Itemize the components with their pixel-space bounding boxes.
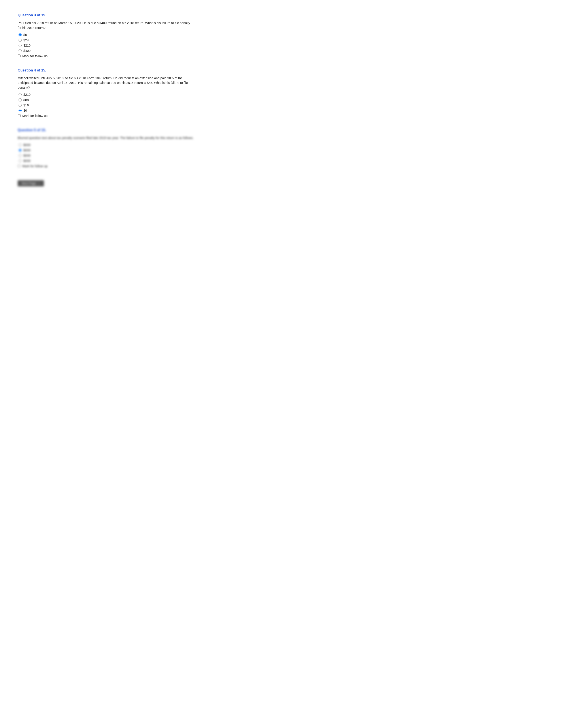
q5-option-a[interactable]: $000	[19, 143, 194, 147]
question-5-text: Blurred question text about tax penalty …	[18, 136, 194, 141]
q4-radio-a[interactable]	[19, 93, 22, 96]
q5-followup-label[interactable]: Mark for follow up	[22, 164, 47, 168]
q3-option-d[interactable]: $400	[19, 49, 194, 53]
question-4-block: Question 4 of 15. Mitchell waited until …	[18, 68, 194, 118]
question-4-text: Mitchell waited until July 5, 2019, to f…	[18, 76, 194, 90]
q5-radio-c[interactable]	[19, 154, 22, 157]
q3-mark-followup[interactable]: Mark for follow up	[18, 54, 194, 58]
q5-label-d[interactable]: $000	[23, 159, 30, 163]
q3-option-b[interactable]: $24	[19, 38, 194, 42]
q4-label-a[interactable]: $210	[23, 93, 30, 96]
q4-radio-c[interactable]	[19, 104, 22, 107]
q4-followup-label[interactable]: Mark for follow up	[22, 114, 47, 118]
q5-option-c[interactable]: $000	[19, 154, 194, 157]
q4-label-b[interactable]: $88	[23, 98, 29, 102]
q3-radio-d[interactable]	[19, 49, 22, 52]
q4-radio-b[interactable]	[19, 98, 22, 101]
q5-radio-d[interactable]	[19, 159, 22, 162]
q4-mark-followup[interactable]: Mark for follow up	[18, 114, 194, 118]
q4-option-d[interactable]: $0	[19, 109, 194, 112]
q5-option-d[interactable]: $000	[19, 159, 194, 163]
q3-option-a[interactable]: $0	[19, 33, 194, 37]
q3-radio-c[interactable]	[19, 44, 22, 47]
question-3-text: Paul filed his 2018 return on March 15, …	[18, 21, 194, 30]
q3-followup-label[interactable]: Mark for follow up	[22, 54, 47, 58]
q5-followup-checkbox[interactable]	[18, 165, 21, 167]
q4-radio-d[interactable]	[19, 109, 22, 112]
q4-followup-checkbox[interactable]	[18, 114, 21, 117]
q4-option-c[interactable]: $16	[19, 103, 194, 107]
question-3-options: $0 $24 $210 $400	[19, 33, 194, 53]
q3-label-c[interactable]: $210	[23, 44, 30, 47]
nav-button-container: Next Page →	[18, 178, 194, 186]
q3-label-b[interactable]: $24	[23, 38, 29, 42]
q3-radio-b[interactable]	[19, 39, 22, 42]
q3-followup-checkbox[interactable]	[18, 54, 21, 57]
question-3-block: Question 3 of 15. Paul filed his 2018 re…	[18, 13, 194, 58]
next-page-button[interactable]: Next Page →	[18, 180, 44, 186]
q5-label-a[interactable]: $000	[23, 143, 30, 147]
question-4-title: Question 4 of 15.	[18, 68, 194, 72]
q5-radio-a[interactable]	[19, 143, 22, 146]
q3-label-d[interactable]: $400	[23, 49, 30, 53]
q5-option-b[interactable]: $000	[19, 148, 194, 152]
q5-radio-b[interactable]	[19, 149, 22, 152]
q4-label-c[interactable]: $16	[23, 103, 29, 107]
q3-radio-a[interactable]	[19, 33, 22, 36]
q4-label-d[interactable]: $0	[23, 109, 27, 112]
question-5-title: Question 5 of 15.	[18, 128, 194, 132]
question-4-options: $210 $88 $16 $0	[19, 93, 194, 112]
q3-option-c[interactable]: $210	[19, 44, 194, 47]
q4-option-a[interactable]: $210	[19, 93, 194, 96]
q5-mark-followup[interactable]: Mark for follow up	[18, 164, 194, 168]
q3-label-a[interactable]: $0	[23, 33, 27, 37]
q5-label-c[interactable]: $000	[23, 154, 30, 157]
q5-label-b[interactable]: $000	[23, 148, 30, 152]
question-3-title: Question 3 of 15.	[18, 13, 194, 17]
q4-option-b[interactable]: $88	[19, 98, 194, 102]
question-5-block: Question 5 of 15. Blurred question text …	[18, 128, 194, 168]
question-5-options: $000 $000 $000 $000	[19, 143, 194, 163]
